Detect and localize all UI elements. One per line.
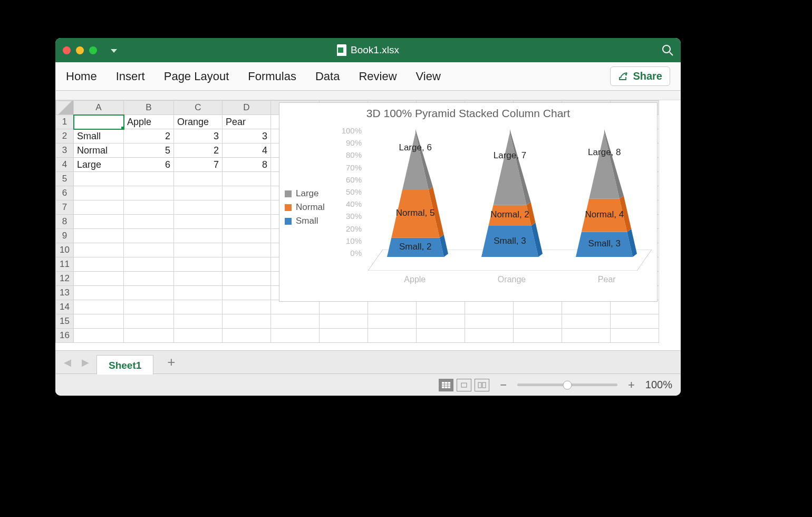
page-layout-view-button[interactable] <box>457 379 471 391</box>
cell-A12[interactable] <box>74 272 124 286</box>
cell-A1[interactable] <box>74 115 124 129</box>
row-header-9[interactable]: 9 <box>56 229 74 243</box>
cell-A7[interactable] <box>74 200 124 215</box>
cell-A6[interactable] <box>74 186 124 200</box>
cell-E15[interactable] <box>271 314 320 329</box>
add-sheet-button[interactable]: + <box>158 354 185 370</box>
cell-D3[interactable]: 4 <box>223 143 271 158</box>
cell-A5[interactable] <box>74 172 124 186</box>
cell-C9[interactable] <box>174 229 223 243</box>
cell-K15[interactable] <box>562 314 611 329</box>
cell-D1[interactable]: Pear <box>223 115 271 129</box>
cell-C2[interactable]: 3 <box>174 129 223 143</box>
row-header-1[interactable]: 1 <box>56 115 74 129</box>
next-sheet-button[interactable]: ▶ <box>79 355 92 370</box>
cell-C5[interactable] <box>174 172 223 186</box>
cell-D10[interactable] <box>223 243 271 257</box>
cell-A8[interactable] <box>74 215 124 229</box>
cell-F15[interactable] <box>320 314 368 329</box>
cell-G16[interactable] <box>368 329 417 343</box>
row-header-5[interactable]: 5 <box>56 172 74 186</box>
cell-B14[interactable] <box>124 300 174 314</box>
cell-B3[interactable]: 5 <box>124 143 174 158</box>
cell-B9[interactable] <box>124 229 174 243</box>
cell-C13[interactable] <box>174 286 223 300</box>
zoom-slider[interactable] <box>517 384 617 386</box>
zoom-window-button[interactable] <box>89 46 97 54</box>
cell-D13[interactable] <box>223 286 271 300</box>
cell-A10[interactable] <box>74 243 124 257</box>
tab-home[interactable]: Home <box>66 70 97 83</box>
row-header-12[interactable]: 12 <box>56 272 74 286</box>
cell-C11[interactable] <box>174 257 223 272</box>
cell-D9[interactable] <box>223 229 271 243</box>
row-header-10[interactable]: 10 <box>56 243 74 257</box>
cell-B16[interactable] <box>124 329 174 343</box>
cell-D2[interactable]: 3 <box>223 129 271 143</box>
cell-C3[interactable]: 2 <box>174 143 223 158</box>
cell-B1[interactable]: Apple <box>124 115 174 129</box>
cell-I14[interactable] <box>465 300 514 314</box>
row-header-16[interactable]: 16 <box>56 329 74 343</box>
cell-G14[interactable] <box>368 300 417 314</box>
row-header-7[interactable]: 7 <box>56 200 74 215</box>
prev-sheet-button[interactable]: ◀ <box>61 355 74 370</box>
cell-J15[interactable] <box>514 314 562 329</box>
cell-D14[interactable] <box>223 300 271 314</box>
cell-B4[interactable]: 6 <box>124 158 174 172</box>
cell-B6[interactable] <box>124 186 174 200</box>
cell-H16[interactable] <box>417 329 465 343</box>
minimize-window-button[interactable] <box>76 46 84 54</box>
embedded-chart[interactable]: 3D 100% Pyramid Stacked Column Chart Lar… <box>279 102 658 302</box>
cell-C10[interactable] <box>174 243 223 257</box>
sheet-tab-sheet1[interactable]: Sheet1 <box>96 355 153 375</box>
cell-B15[interactable] <box>124 314 174 329</box>
tab-data[interactable]: Data <box>315 70 340 83</box>
cell-C12[interactable] <box>174 272 223 286</box>
search-icon[interactable] <box>662 44 673 56</box>
tab-page-layout[interactable]: Page Layout <box>164 70 229 83</box>
cell-C6[interactable] <box>174 186 223 200</box>
cell-B10[interactable] <box>124 243 174 257</box>
cell-B5[interactable] <box>124 172 174 186</box>
cell-H14[interactable] <box>417 300 465 314</box>
row-header-11[interactable]: 11 <box>56 257 74 272</box>
row-header-4[interactable]: 4 <box>56 158 74 172</box>
tab-formulas[interactable]: Formulas <box>248 70 296 83</box>
row-header-2[interactable]: 2 <box>56 129 74 143</box>
cell-C15[interactable] <box>174 314 223 329</box>
cell-F16[interactable] <box>320 329 368 343</box>
cell-I16[interactable] <box>465 329 514 343</box>
tab-review[interactable]: Review <box>359 70 397 83</box>
cell-A2[interactable]: Small <box>74 129 124 143</box>
worksheet-area[interactable]: ABCDEFGHIJKL1AppleOrangePear2Small2333No… <box>55 100 681 350</box>
col-header-A[interactable]: A <box>74 101 124 115</box>
cell-C7[interactable] <box>174 200 223 215</box>
cell-C14[interactable] <box>174 300 223 314</box>
cell-A11[interactable] <box>74 257 124 272</box>
cell-A3[interactable]: Normal <box>74 143 124 158</box>
share-button[interactable]: Share <box>610 66 670 86</box>
cell-B8[interactable] <box>124 215 174 229</box>
page-break-view-button[interactable] <box>475 379 489 391</box>
cell-A16[interactable] <box>74 329 124 343</box>
cell-H15[interactable] <box>417 314 465 329</box>
cell-B2[interactable]: 2 <box>124 129 174 143</box>
cell-C8[interactable] <box>174 215 223 229</box>
cell-D7[interactable] <box>223 200 271 215</box>
cell-A14[interactable] <box>74 300 124 314</box>
cell-B11[interactable] <box>124 257 174 272</box>
tab-insert[interactable]: Insert <box>116 70 145 83</box>
cell-D12[interactable] <box>223 272 271 286</box>
row-header-14[interactable]: 14 <box>56 300 74 314</box>
cell-E14[interactable] <box>271 300 320 314</box>
cell-D4[interactable]: 8 <box>223 158 271 172</box>
cell-I15[interactable] <box>465 314 514 329</box>
cell-A4[interactable]: Large <box>74 158 124 172</box>
cell-J16[interactable] <box>514 329 562 343</box>
zoom-out-button[interactable]: − <box>500 378 507 392</box>
cell-C1[interactable]: Orange <box>174 115 223 129</box>
cell-D11[interactable] <box>223 257 271 272</box>
close-window-button[interactable] <box>63 46 71 54</box>
row-header-6[interactable]: 6 <box>56 186 74 200</box>
